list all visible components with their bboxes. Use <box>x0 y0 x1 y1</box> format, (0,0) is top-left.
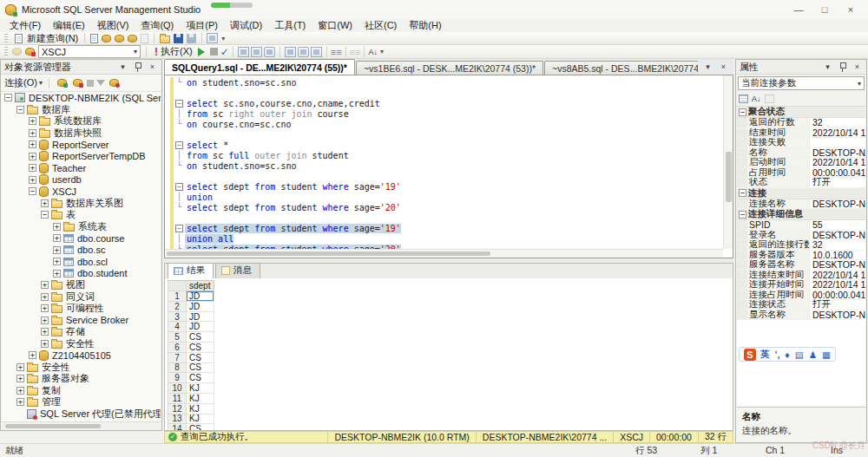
tree-item[interactable]: +可编程性 <box>2 303 161 315</box>
tree-item[interactable]: +系统表 <box>2 221 161 233</box>
grid-row-number[interactable]: 12 <box>168 404 187 415</box>
property-group-header[interactable]: −聚合状态 <box>737 107 865 118</box>
tree-expander[interactable]: + <box>41 199 49 207</box>
toolbar-grip[interactable] <box>4 34 8 43</box>
code-line[interactable] <box>165 212 722 223</box>
tree-item[interactable]: +Service Broker <box>2 315 161 327</box>
tree-expander[interactable]: + <box>16 398 24 406</box>
tree-item[interactable]: −数据库 <box>2 104 161 116</box>
toolbar-overflow-icon[interactable]: ▾ <box>378 48 386 55</box>
menu-item[interactable]: 文件(F) <box>3 19 47 32</box>
debug-play-icon[interactable] <box>198 48 205 56</box>
tree-item[interactable]: +复制 <box>2 385 161 397</box>
grid-cell[interactable]: KJ <box>187 415 214 425</box>
disconnect-icon[interactable] <box>73 79 82 87</box>
code-line[interactable]: └on course.cno=sc.cno <box>165 119 722 129</box>
code-line[interactable]: │union all <box>165 233 722 244</box>
tree-expander[interactable]: − <box>29 187 36 195</box>
categorized-icon[interactable] <box>739 95 748 103</box>
property-row[interactable]: 显示名称DESKTOP-NBME2IK <box>737 310 865 321</box>
results-to-file-icon[interactable] <box>311 47 322 57</box>
tree-expander[interactable]: − <box>16 106 24 114</box>
tab-messages[interactable]: 消息 <box>215 263 260 278</box>
grid-cell[interactable]: JD <box>187 312 214 323</box>
results-to-grid-icon[interactable] <box>264 47 275 57</box>
tree-item[interactable]: SQL Server 代理(已禁用代理 XP) <box>2 408 161 421</box>
tree-expander[interactable]: + <box>41 304 49 312</box>
pin-icon[interactable] <box>132 62 143 73</box>
menu-item[interactable]: 查询(Q) <box>135 19 180 32</box>
grid-cell[interactable]: CS <box>187 424 214 430</box>
grid-row-number[interactable]: 3 <box>168 312 187 323</box>
tree-expander[interactable]: + <box>41 328 49 336</box>
code-line[interactable]: │union <box>165 192 722 202</box>
tree-item[interactable]: +ReportServerTempDB <box>2 151 161 163</box>
code-line[interactable]: │from sc full outer join student <box>165 150 722 160</box>
execute-button[interactable]: ! 执行(X) <box>150 46 195 58</box>
menu-item[interactable]: 帮助(H) <box>403 19 447 32</box>
tree-item[interactable]: +同义词 <box>2 291 161 304</box>
grid-row-number[interactable]: 11 <box>168 394 187 404</box>
tree-expander[interactable]: + <box>29 129 36 137</box>
grid-cell[interactable]: JD <box>187 291 214 302</box>
grid-cell[interactable]: KJ <box>187 394 214 404</box>
tree-item[interactable]: +数据库关系图 <box>2 198 161 210</box>
menu-item[interactable]: 视图(V) <box>91 19 135 32</box>
grid-cell[interactable]: KJ <box>187 383 214 394</box>
tree-expander[interactable]: + <box>41 340 49 348</box>
document-tab[interactable]: SQLQuery1.sql - DE...ME2IK\20774 (55))* <box>164 59 355 75</box>
code-line[interactable] <box>165 129 722 140</box>
code-line[interactable]: └on student.sno=sc.sno <box>165 77 722 88</box>
close-panel-icon[interactable]: × <box>147 62 158 73</box>
tree-item[interactable]: +安全性 <box>2 362 161 374</box>
minimize-button[interactable]: — <box>786 2 811 17</box>
grid-cell[interactable]: CS <box>187 353 214 363</box>
error-log-icon[interactable] <box>109 79 119 87</box>
tree-expander[interactable]: + <box>29 351 36 359</box>
tree-item[interactable]: +userdb <box>2 174 161 186</box>
property-row[interactable]: 结束时间2022/10/14 14:57:33 <box>737 128 865 139</box>
menu-item[interactable]: 项目(P) <box>180 19 224 32</box>
grid-row-number[interactable]: 7 <box>168 353 187 363</box>
grid-cell[interactable]: CS <box>187 373 214 383</box>
close-panel-icon[interactable]: × <box>852 62 863 73</box>
database-engine-query-icon[interactable] <box>102 35 111 42</box>
code-area[interactable]: └on student.sno=sc.sno−select sc.sno,cou… <box>165 77 722 249</box>
menu-item[interactable]: 窗口(W) <box>312 19 358 32</box>
tab-results[interactable]: 结果 <box>168 263 214 278</box>
tree-expander[interactable]: − <box>41 211 49 219</box>
menu-item[interactable]: 社区(C) <box>358 19 403 32</box>
uncomment-icon[interactable]: ≡ <box>336 47 341 57</box>
editor-hscrollbar[interactable] <box>165 249 723 258</box>
save-icon[interactable] <box>174 34 183 43</box>
grid-row-number[interactable]: 2 <box>168 302 187 312</box>
specify-values-icon[interactable]: A↓ <box>368 48 378 56</box>
ime-keyboard-button[interactable]: ▤ <box>795 349 804 360</box>
tree-item[interactable]: −DESKTOP-NBME2IK (SQL Server 10.0.160 <box>2 92 161 104</box>
menu-item[interactable]: 工具(T) <box>268 19 312 32</box>
tree-expander[interactable]: + <box>53 234 61 242</box>
toolbar-grip[interactable] <box>4 47 8 56</box>
grid-cell[interactable]: JD <box>187 322 214 332</box>
tree-item[interactable]: +dbo.student <box>2 268 161 280</box>
tree-item[interactable]: +系统数据库 <box>2 115 161 127</box>
tree-expander[interactable]: + <box>53 246 61 254</box>
code-line[interactable]: │from sc right outer join course <box>165 108 722 119</box>
tree-expander[interactable]: + <box>41 317 49 324</box>
tree-item[interactable]: +管理 <box>2 396 161 408</box>
tree-expander[interactable]: + <box>41 293 49 301</box>
code-line[interactable] <box>165 171 722 181</box>
tree-item[interactable]: +ReportServer <box>2 139 161 151</box>
properties-object-combobox[interactable]: 当前连接参数 ▾ <box>738 76 865 90</box>
tree-item[interactable]: +安全性 <box>2 338 161 350</box>
connect-button[interactable]: 连接(O) ▾ <box>4 76 43 89</box>
scrollbar-thumb[interactable] <box>167 251 490 256</box>
grid-row-number[interactable]: 6 <box>168 343 187 353</box>
alphabetical-sort-icon[interactable]: A↓ <box>752 95 761 103</box>
document-tab[interactable]: ~vs8AB5.sql - DES...BME2IK\20774 (52)) <box>544 61 698 75</box>
ime-toolbox-button[interactable]: ▦ <box>822 349 831 360</box>
tree-item[interactable]: +dbo.course <box>2 232 161 245</box>
tree-item[interactable]: +存储 <box>2 326 161 338</box>
grid-row-number[interactable]: 10 <box>168 383 187 394</box>
close-button[interactable]: × <box>838 2 863 17</box>
